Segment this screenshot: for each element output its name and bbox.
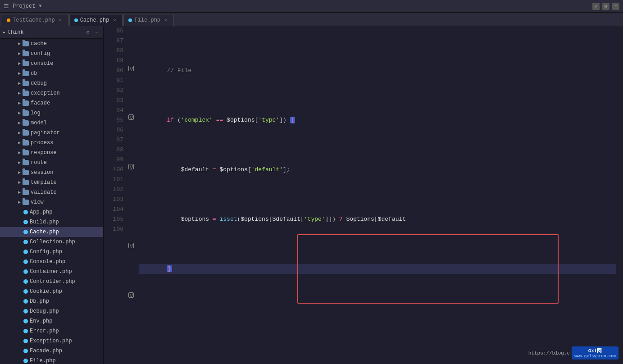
fold-marker-87[interactable]: ⋁: [128, 66, 134, 71]
tab-file[interactable]: File.php ✕: [123, 14, 174, 26]
folder-cache[interactable]: ► cache: [0, 39, 103, 49]
folder-process[interactable]: ► process: [0, 138, 103, 148]
folder-facade[interactable]: ► facade: [0, 98, 103, 108]
minimize-btn[interactable]: −: [612, 3, 619, 10]
tab-dot: [7, 18, 10, 22]
sidebar-header: ▸ think ⚙ −: [0, 26, 103, 39]
tab-bar: TestCache.php ✕ Cache.php ✕ File.php ✕: [0, 13, 623, 26]
sidebar-settings-btn[interactable]: ⚙: [84, 29, 91, 36]
folder-exception[interactable]: ► exception: [0, 88, 103, 98]
title-bar-dropdown-icon[interactable]: ▼: [39, 4, 41, 9]
folder-model[interactable]: ► model: [0, 118, 103, 128]
file-facade[interactable]: Facade.php: [0, 346, 103, 356]
folder-response[interactable]: ► response: [0, 148, 103, 158]
file-config[interactable]: Config.php: [0, 247, 103, 257]
title-bar-actions: ⇄ ⚙ −: [592, 3, 619, 10]
folder-log[interactable]: ► log: [0, 108, 103, 118]
fold-marker-98[interactable]: ⋁: [128, 243, 134, 248]
file-cache[interactable]: Cache.php: [0, 227, 103, 237]
title-bar-project-label: Project: [13, 3, 35, 9]
fold-marker-101[interactable]: ⋁: [128, 292, 134, 298]
collapse-btn[interactable]: ⇄: [592, 3, 600, 10]
project-icon: ☰: [4, 3, 9, 10]
file-db[interactable]: Db.php: [0, 296, 103, 306]
code-editor: 86 87 88 89 90 91 92 93 94 95 96 97 98 9…: [104, 26, 623, 364]
folder-template[interactable]: ► template: [0, 177, 103, 187]
file-controller[interactable]: Controller.php: [0, 277, 103, 287]
sidebar-minus-btn[interactable]: −: [93, 29, 100, 36]
tab-label: Cache.php: [80, 17, 109, 23]
tab-testcache[interactable]: TestCache.php ✕: [2, 14, 68, 26]
tab-label: File.php: [134, 17, 160, 23]
file-error[interactable]: Error.php: [0, 326, 103, 336]
code-scroll[interactable]: 86 87 88 89 90 91 92 93 94 95 96 97 98 9…: [104, 26, 623, 364]
file-console[interactable]: Console.php: [0, 257, 103, 267]
gutter: ⋁ ⋁ ⋁ ⋁ ⋁: [127, 26, 135, 364]
fold-marker-93[interactable]: ⋁: [128, 164, 134, 169]
line-numbers: 86 87 88 89 90 91 92 93 94 95 96 97 98 9…: [104, 26, 127, 364]
code-line-89: $options = isset($options[$default['type…: [139, 214, 616, 224]
sidebar-header-actions: ⚙ −: [84, 29, 100, 36]
sidebar: ▸ think ⚙ − ► cache ► config ► console: [0, 26, 104, 364]
file-exception[interactable]: Exception.php: [0, 336, 103, 346]
tab-dot: [74, 18, 78, 22]
main-content: ▸ think ⚙ − ► cache ► config ► console: [0, 26, 623, 364]
folder-console[interactable]: ► console: [0, 59, 103, 68]
tab-close[interactable]: ✕: [111, 17, 118, 23]
tab-dot: [128, 18, 132, 22]
folder-db[interactable]: ► db: [0, 68, 103, 78]
code-line-91: [139, 314, 616, 323]
code-content: // File if ('complex' == $options['type'…: [135, 26, 623, 364]
folder-view[interactable]: ► view: [0, 197, 103, 207]
tab-close[interactable]: ✕: [163, 17, 169, 23]
watermark: https://blog.c Gxl网 www.gxlsystem.com: [528, 346, 618, 359]
code-line-90: }: [139, 264, 616, 274]
watermark-subtext: www.gxlsystem.com: [574, 354, 616, 359]
fold-marker-90[interactable]: ⋁: [128, 114, 134, 120]
tab-cache[interactable]: Cache.php ✕: [69, 14, 123, 26]
folder-validate[interactable]: ► validate: [0, 187, 103, 197]
folder-config[interactable]: ► config: [0, 49, 103, 59]
code-line-87: if ('complex' == $options['type']) {: [139, 115, 616, 125]
watermark-logo: Gxl网: [588, 347, 602, 354]
code-line-88: $default = $options['default'];: [139, 165, 616, 175]
sidebar-project-label: think: [8, 29, 24, 36]
file-cookie[interactable]: Cookie.php: [0, 287, 103, 296]
folder-debug[interactable]: ► debug: [0, 78, 103, 88]
file-build[interactable]: Build.php: [0, 217, 103, 227]
settings-btn[interactable]: ⚙: [602, 3, 609, 10]
folder-route[interactable]: ► route: [0, 158, 103, 168]
file-app[interactable]: App.php: [0, 207, 103, 217]
file-file[interactable]: File.php: [0, 356, 103, 364]
file-container[interactable]: Container.php: [0, 267, 103, 277]
tab-close[interactable]: ✕: [57, 17, 64, 23]
title-bar: ☰ Project ▼ ⇄ ⚙ −: [0, 0, 623, 13]
folder-paginator[interactable]: ► paginator: [0, 128, 103, 138]
file-debug[interactable]: Debug.php: [0, 306, 103, 316]
code-line-86: // File: [139, 66, 616, 76]
tab-label: TestCache.php: [13, 17, 55, 23]
sidebar-project-icon: ▸: [3, 29, 6, 35]
folder-session[interactable]: ► session: [0, 168, 103, 177]
watermark-url: https://blog.c: [528, 350, 570, 356]
file-env[interactable]: Env.php: [0, 316, 103, 326]
file-collection[interactable]: Collection.php: [0, 237, 103, 247]
